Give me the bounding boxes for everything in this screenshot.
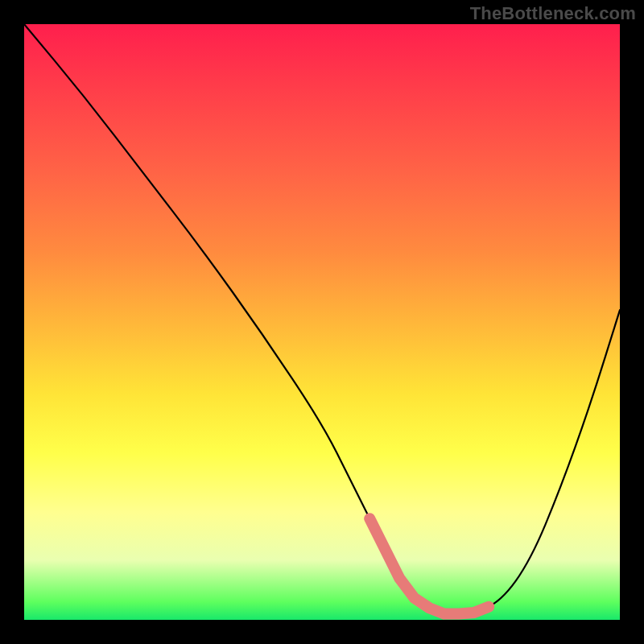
chart-frame: TheBottleneck.com	[0, 0, 644, 644]
watermark-text: TheBottleneck.com	[470, 3, 636, 24]
chart-gradient-background	[24, 24, 620, 620]
